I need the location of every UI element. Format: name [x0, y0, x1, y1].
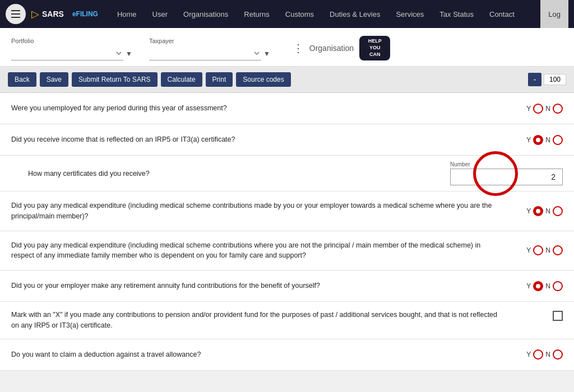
nav-contact[interactable]: Contact	[482, 0, 522, 28]
q4-text: Did you pay any medical expenditure (inc…	[11, 240, 504, 262]
sars-arrow-icon: ▷	[31, 8, 39, 20]
nav-returns[interactable]: Returns	[236, 0, 277, 28]
options-dots-icon[interactable]: ⋮	[293, 41, 304, 55]
taxpayer-select[interactable]	[149, 46, 261, 60]
q3-n-radio[interactable]	[553, 206, 563, 216]
nav-customs[interactable]: Customs	[277, 0, 322, 28]
q6-text: Mark with an "X" if you made any contrib…	[11, 310, 504, 331]
q5-radio-group: Y N	[526, 281, 563, 291]
q4-y-radio[interactable]	[533, 245, 543, 255]
question-row-2: Did you receive income that is reflected…	[0, 124, 574, 156]
q1-radio-group: Y N	[526, 104, 563, 114]
top-form: Portfolio ▼ Taxpayer ▼ ⋮ Organisation HE…	[0, 28, 574, 67]
q7-n-label: N	[545, 351, 550, 358]
login-button[interactable]: Log	[540, 0, 568, 28]
org-label: Organisation	[309, 44, 354, 53]
question-row-3: Did you pay any medical expenditure (inc…	[0, 192, 574, 231]
question-row-5: Did you or your employer make any retire…	[0, 270, 574, 302]
calculate-button[interactable]: Calculate	[161, 72, 202, 87]
navbar: ▷ SARS eFILING Home User Organisations R…	[0, 0, 574, 28]
q7-text: Do you want to claim a deduction against…	[11, 349, 504, 360]
help-line1: HELP	[368, 38, 382, 45]
q3-text: Did you pay any medical expenditure (inc…	[11, 200, 504, 222]
q3-y-radio[interactable]	[533, 206, 543, 216]
q5-text: Did you or your employer make any retire…	[11, 281, 504, 291]
q7-y-radio[interactable]	[533, 349, 543, 360]
q2-y-label: Y	[526, 136, 531, 144]
zoom-controls: - 100	[528, 73, 566, 86]
save-button[interactable]: Save	[40, 72, 68, 87]
hamburger-menu[interactable]	[6, 4, 26, 24]
question-row-4: Did you pay any medical expenditure (inc…	[0, 231, 574, 271]
submit-button[interactable]: Submit Return To SARS	[72, 72, 158, 87]
help-line3: CAN	[369, 52, 381, 58]
toolbar: Back Save Submit Return To SARS Calculat…	[0, 67, 574, 93]
help-line2: YOU	[369, 45, 381, 52]
nav-tax-status[interactable]: Tax Status	[432, 0, 482, 28]
back-button[interactable]: Back	[8, 72, 36, 87]
q3-radio-group: Y N	[526, 206, 563, 216]
nav-duties[interactable]: Duties & Levies	[322, 0, 388, 28]
nav-links: Home User Organisations Returns Customs …	[109, 0, 540, 28]
q1-n-label: N	[545, 105, 550, 113]
q3-n-label: N	[545, 207, 550, 215]
q2-n-radio[interactable]	[553, 135, 563, 145]
sars-logo: ▷ SARS	[31, 8, 64, 20]
question-row-6: Mark with an "X" if you made any contrib…	[0, 302, 574, 339]
q4-n-label: N	[545, 246, 550, 254]
source-codes-button[interactable]: Source codes	[236, 72, 290, 87]
help-button[interactable]: HELP YOU CAN	[359, 36, 390, 60]
taxpayer-dropdown-icon: ▼	[263, 50, 270, 58]
q2-y-radio[interactable]	[533, 135, 543, 145]
portfolio-dropdown-icon: ▼	[126, 50, 132, 58]
zoom-out-button[interactable]: -	[528, 73, 541, 86]
zoom-value: 100	[544, 74, 566, 85]
q2-n-label: N	[545, 136, 550, 144]
form-content: Were you unemployed for any period durin…	[0, 93, 574, 371]
q2-radio-group: Y N	[526, 135, 563, 145]
nav-user[interactable]: User	[145, 0, 175, 28]
question-row-7: Do you want to claim a deduction against…	[0, 339, 574, 371]
nav-services[interactable]: Services	[388, 0, 432, 28]
q3-y-label: Y	[526, 207, 531, 215]
q7-y-label: Y	[526, 351, 531, 358]
q1-text: Were you unemployed for any period durin…	[11, 103, 504, 114]
number-label: Number	[450, 161, 470, 167]
nav-organisations[interactable]: Organisations	[175, 0, 236, 28]
print-button[interactable]: Print	[206, 72, 233, 87]
taxpayer-label: Taxpayer	[149, 38, 270, 44]
q6-checkbox[interactable]	[553, 311, 563, 321]
org-section: ⋮ Organisation HELP YOU CAN	[293, 36, 390, 60]
portfolio-group: Portfolio ▼	[11, 38, 132, 60]
q1-n-radio[interactable]	[553, 104, 563, 114]
portfolio-label: Portfolio	[11, 38, 132, 44]
nav-home[interactable]: Home	[109, 0, 145, 28]
q4-y-label: Y	[526, 246, 531, 254]
q7-radio-group: Y N	[526, 349, 563, 360]
q5-n-radio[interactable]	[553, 281, 563, 291]
q4-n-radio[interactable]	[553, 245, 563, 255]
efiling-logo: eFILING	[72, 10, 98, 18]
q5-n-label: N	[545, 282, 550, 290]
number-input-group: Number	[450, 161, 563, 185]
q5-y-label: Y	[526, 282, 531, 290]
q2-text: Did you receive income that is reflected…	[11, 134, 504, 145]
q5-y-radio[interactable]	[533, 281, 543, 291]
certificate-count-input[interactable]	[450, 169, 563, 185]
q1-y-label: Y	[526, 105, 531, 113]
taxpayer-group: Taxpayer ▼	[149, 38, 270, 60]
question-row-1: Were you unemployed for any period durin…	[0, 93, 574, 124]
portfolio-select[interactable]	[11, 46, 123, 60]
q4-radio-group: Y N	[526, 245, 563, 255]
q2-sub-text: How many certificates did you receive?	[28, 170, 450, 178]
q7-n-radio[interactable]	[553, 349, 563, 360]
q1-y-radio[interactable]	[533, 104, 543, 114]
sars-logo-text: SARS	[42, 10, 64, 18]
question-row-2-sub: How many certificates did you receive? N…	[0, 156, 574, 192]
